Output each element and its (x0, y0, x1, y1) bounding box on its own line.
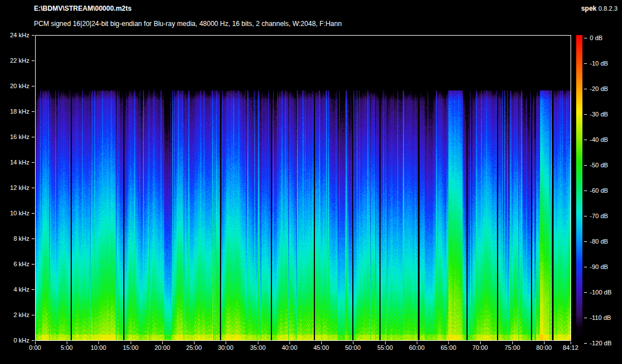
db-label: -50 dB (590, 161, 620, 169)
frequency-tick (32, 188, 34, 188)
db-label: -120 dB (590, 339, 620, 347)
db-label: -20 dB (590, 85, 620, 93)
db-tick (584, 318, 587, 318)
db-label: -30 dB (590, 110, 620, 118)
frequency-label: 18 kHz (0, 107, 29, 115)
frequency-label: 12 kHz (0, 184, 29, 192)
db-label: -90 dB (590, 263, 620, 271)
db-tick (584, 292, 587, 293)
time-label: 45:00 (308, 344, 334, 352)
frequency-label: 20 kHz (0, 82, 29, 90)
time-label: 55:00 (372, 344, 398, 352)
db-tick (584, 241, 587, 242)
db-tick (584, 267, 587, 267)
frequency-tick (32, 60, 34, 61)
db-tick (584, 216, 587, 216)
spectrogram-plot (35, 35, 571, 341)
db-tick (584, 165, 587, 166)
db-label: -100 dB (590, 288, 620, 296)
time-label: 0:00 (22, 344, 48, 352)
frequency-tick (32, 213, 34, 214)
frequency-label: 6 kHz (0, 260, 29, 268)
time-label: 60:00 (404, 344, 430, 352)
time-label: 30:00 (213, 344, 239, 352)
db-label: -60 dB (590, 187, 620, 194)
frequency-label: 4 kHz (0, 285, 29, 293)
frequency-tick (32, 289, 34, 290)
time-label: 75:00 (499, 344, 525, 352)
frequency-label: 0 kHz (0, 336, 29, 344)
time-label: 50:00 (340, 344, 366, 352)
db-label: -70 dB (590, 212, 620, 220)
time-label: 15:00 (118, 344, 144, 352)
db-tick (584, 89, 587, 89)
frequency-label: 22 kHz (0, 57, 29, 64)
frequency-label: 14 kHz (0, 158, 29, 166)
frequency-tick (32, 340, 34, 341)
time-label: 65:00 (435, 344, 461, 352)
db-label: 0 dB (590, 34, 620, 42)
frequency-tick (32, 162, 34, 163)
frequency-tick (32, 315, 34, 315)
stream-description: PCM signed 16|20|24-bit big-endian for B… (34, 20, 342, 28)
db-colorbar (576, 35, 582, 341)
time-label: 5:00 (54, 344, 80, 352)
db-tick (584, 63, 587, 64)
file-path-title: E:\BDMV\STREAM\00000.m2ts (34, 5, 132, 12)
app-version: 0.8.2.3 (598, 5, 617, 12)
frequency-label: 8 kHz (0, 235, 29, 242)
colorbar-canvas (576, 35, 582, 341)
time-label: 84:12 (558, 344, 584, 352)
spek-window: E:\BDMV\STREAM\00000.m2ts spek 0.8.2.3 P… (0, 0, 622, 364)
frequency-label: 2 kHz (0, 311, 29, 319)
db-tick (584, 114, 587, 115)
db-label: -80 dB (590, 237, 620, 245)
frequency-tick (32, 111, 34, 112)
frequency-tick (32, 264, 34, 265)
db-label: -10 dB (590, 59, 620, 67)
time-label: 10:00 (85, 344, 111, 352)
db-label: -110 dB (590, 314, 620, 322)
frequency-label: 10 kHz (0, 209, 29, 217)
frequency-label: 16 kHz (0, 133, 29, 141)
spectrogram-canvas (36, 36, 571, 340)
frequency-tick (32, 35, 34, 36)
app-brand: spek 0.8.2.3 (581, 5, 617, 12)
time-label: 20:00 (149, 344, 175, 352)
app-name: spek (581, 5, 597, 12)
db-tick (584, 38, 587, 38)
frequency-tick (32, 239, 34, 239)
time-label: 70:00 (467, 344, 493, 352)
frequency-tick (32, 86, 34, 86)
db-tick (584, 343, 587, 344)
time-label: 80:00 (531, 344, 557, 352)
db-tick (584, 140, 587, 140)
time-label: 40:00 (277, 344, 303, 352)
time-label: 35:00 (245, 344, 271, 352)
frequency-label: 24 kHz (0, 31, 29, 39)
time-label: 25:00 (181, 344, 207, 352)
db-label: -40 dB (590, 136, 620, 144)
db-tick (584, 190, 587, 191)
frequency-tick (32, 137, 34, 137)
